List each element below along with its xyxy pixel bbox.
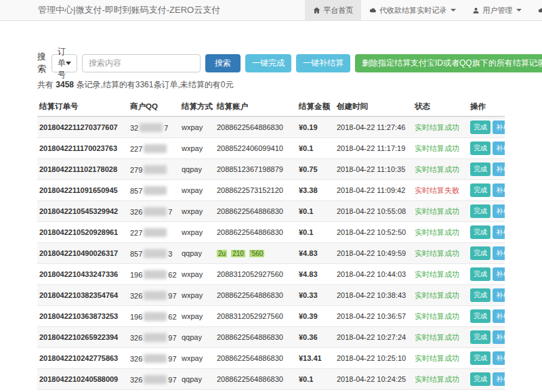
search-input[interactable] (82, 54, 201, 72)
main-content: 搜索 订单号 搜索 一键完成 一键补结算 删除指定结算支付宝ID或者QQ旗下的所… (37, 51, 505, 392)
censored-qq-block (144, 249, 167, 258)
settle-account-cell: 2088622564886830 (215, 348, 297, 369)
status-success-text: 实时结算成功 (415, 375, 459, 383)
complete-button[interactable]: 完成 (470, 225, 491, 239)
status-cell: 实时结算成功 (413, 201, 468, 222)
settle-account-cell: 2088622564886830 (215, 201, 297, 222)
status-cell: 实时结算成功 (413, 222, 468, 243)
censored-qq-block (144, 333, 167, 342)
settle-account-cell: 2088522406099410 (215, 138, 297, 159)
pay-method-cell: wxpay (180, 390, 215, 392)
amount-cell: ¥0.1 (297, 222, 335, 243)
menu-link[interactable]: 平台首页 (305, 0, 361, 20)
complete-button[interactable]: 完成 (470, 246, 491, 260)
reorder-button[interactable]: 补单 (493, 288, 505, 302)
amount-cell: ¥0.36 (297, 327, 335, 348)
menu-item-4: 影子系统 (530, 0, 542, 20)
table-row: 2018042211170023763227wxpay2088522406099… (37, 138, 505, 159)
reorder-button[interactable]: 补单 (493, 183, 505, 197)
reorder-button[interactable]: 补单 (493, 225, 505, 239)
summary-suffix: 条记录,结算的有3361条订单,未结算的有0元 (76, 80, 233, 89)
table-row: 20180422104900263178573qqpay2u210'560¥4.… (37, 243, 505, 264)
reorder-button[interactable]: 补单 (493, 141, 505, 155)
status-success-text: 实时结算成功 (415, 144, 459, 152)
complete-button[interactable]: 完成 (470, 351, 491, 365)
amount-cell: ¥0.39 (297, 306, 335, 327)
complete-button[interactable]: 完成 (470, 204, 491, 218)
reorder-button[interactable]: 补单 (493, 121, 505, 134)
menu-item-label: 代收款结算实时记录 (379, 5, 446, 16)
col-header-status: 状态 (413, 97, 468, 116)
complete-button[interactable]: 完成 (470, 330, 491, 344)
status-success-text: 实时结算成功 (415, 333, 459, 341)
total-records-count: 3458 (56, 80, 74, 89)
pay-method-cell: qqpay (180, 159, 215, 180)
reorder-button[interactable]: 补单 (493, 246, 505, 260)
complete-button[interactable]: 完成 (470, 288, 491, 302)
pay-method-cell: qqpay (180, 327, 215, 348)
search-type-select[interactable]: 订单号 (51, 54, 77, 72)
reorder-button[interactable]: 补单 (493, 351, 505, 365)
table-header-row: 结算订单号 商户QQ 结算方式 结算账户 结算金额 创建时间 状态 操作 (37, 97, 505, 116)
complete-button[interactable]: 完成 (470, 267, 491, 281)
censored-qq-block (144, 312, 167, 321)
caret-down-icon (516, 9, 522, 12)
menu-item-3: 用户管理 (464, 0, 530, 20)
complete-button[interactable]: 完成 (470, 372, 491, 386)
complete-button[interactable]: 完成 (470, 162, 491, 176)
reorder-button[interactable]: 补单 (493, 330, 505, 344)
status-cell: 实时结算成功 (413, 138, 468, 159)
complete-button[interactable]: 完成 (470, 121, 491, 134)
delete-settlement-records-button[interactable]: 删除指定结算支付宝ID或者QQ旗下的所有结算记录 (355, 54, 542, 72)
complete-button[interactable]: 完成 (470, 309, 491, 323)
amount-cell: ¥13.41 (297, 348, 335, 369)
one-key-resettle-button[interactable]: 一键补结算 (296, 54, 350, 72)
settle-account-cell: 2088622564886830 (215, 390, 297, 392)
menu-link[interactable]: 代收款结算实时记录 (361, 0, 464, 20)
search-label: 搜索 (37, 51, 46, 75)
status-cell: 实时结算成功 (413, 390, 468, 392)
actions-cell: 完成补单 (468, 116, 505, 138)
col-header-account: 结算账户 (215, 97, 297, 116)
highlighted-account-fragment: 2u (217, 250, 227, 257)
order-number-cell: 2018042210240588009 (37, 369, 128, 390)
order-number-cell: 2018042210172635419 (37, 390, 128, 392)
amount-cell: ¥0.1 (297, 201, 335, 222)
actions-cell: 完成补单 (468, 201, 505, 222)
one-key-complete-button[interactable]: 一键完成 (245, 54, 291, 72)
reorder-button[interactable]: 补单 (493, 267, 505, 281)
search-button[interactable]: 搜索 (205, 54, 241, 72)
reorder-button[interactable]: 补单 (493, 204, 505, 218)
chevron-down-icon (66, 62, 71, 65)
status-success-text: 实时结算成功 (415, 207, 459, 215)
status-success-text: 实时结算成功 (415, 249, 459, 257)
settle-account-cell: 2088312052927560 (215, 264, 297, 285)
actions-cell: 完成补单 (468, 264, 505, 285)
table-row: 20180422105453299423267wxpay208862256488… (37, 201, 505, 222)
settle-account-cell: 2088622564886830 (215, 369, 297, 390)
reorder-button[interactable]: 补单 (493, 372, 505, 386)
highlighted-account-fragment: '560 (249, 250, 265, 257)
reorder-button[interactable]: 补单 (493, 309, 505, 323)
amount-cell: ¥4.83 (297, 243, 335, 264)
amount-cell: ¥0.19 (297, 116, 335, 138)
merchant-qq-cell: 3267 (128, 201, 180, 222)
complete-button[interactable]: 完成 (470, 183, 491, 197)
search-toolbar: 搜索 订单号 搜索 一键完成 一键补结算 删除指定结算支付宝ID或者QQ旗下的所… (37, 51, 505, 75)
menu-link[interactable]: 影子系统 (530, 0, 542, 20)
col-header-merchant-qq: 商户QQ (128, 97, 180, 116)
complete-button[interactable]: 完成 (470, 141, 491, 155)
pay-method-cell: wxpay (180, 348, 215, 369)
actions-cell: 完成补单 (468, 285, 505, 306)
col-header-amount: 结算金额 (297, 97, 335, 116)
table-row: 201804221043324733619662wxpay20883120529… (37, 264, 505, 285)
reorder-button[interactable]: 补单 (493, 162, 505, 176)
table-row: 2018042211091650945857wxpay2088622573152… (37, 180, 505, 201)
settle-account-cell: 2088622564886830 (215, 285, 297, 306)
order-number-cell: 2018042211270377607 (37, 116, 128, 138)
top-navbar: 管理中心|微支付-即时到账码支付-ZERO云支付 平台首页代收款结算实时记录用户… (0, 0, 542, 21)
actions-cell: 完成补单 (468, 180, 505, 201)
menu-link[interactable]: 用户管理 (464, 0, 530, 20)
menu-item-label: 平台首页 (323, 5, 353, 16)
table-row: 2018042211270377607327wxpay2088622564886… (37, 116, 505, 138)
